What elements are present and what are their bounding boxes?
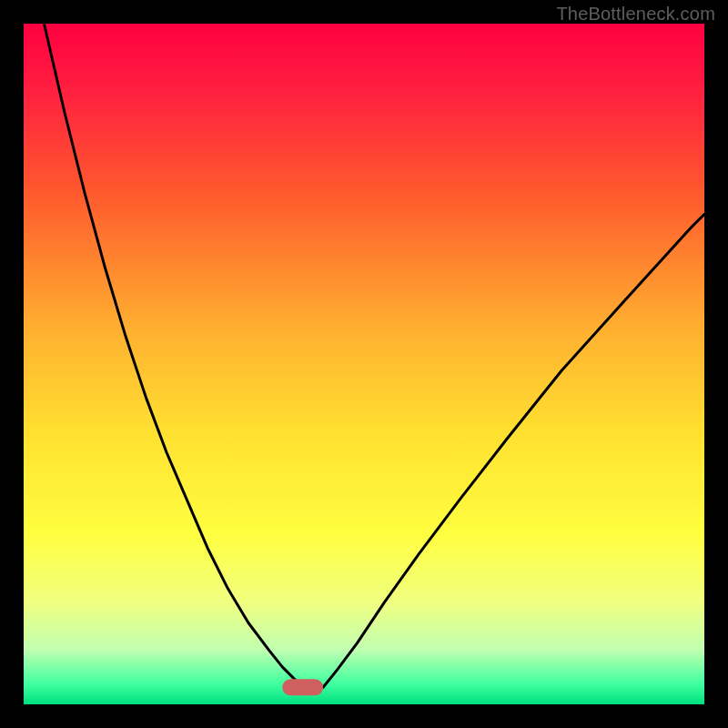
chart-marker bbox=[282, 679, 323, 695]
chart-frame: TheBottleneck.com bbox=[0, 0, 728, 728]
bottleneck-marker bbox=[282, 679, 323, 695]
chart-svg bbox=[24, 24, 704, 704]
chart-plot-area bbox=[24, 24, 704, 704]
watermark-text: TheBottleneck.com bbox=[556, 4, 715, 25]
chart-background bbox=[24, 24, 704, 704]
